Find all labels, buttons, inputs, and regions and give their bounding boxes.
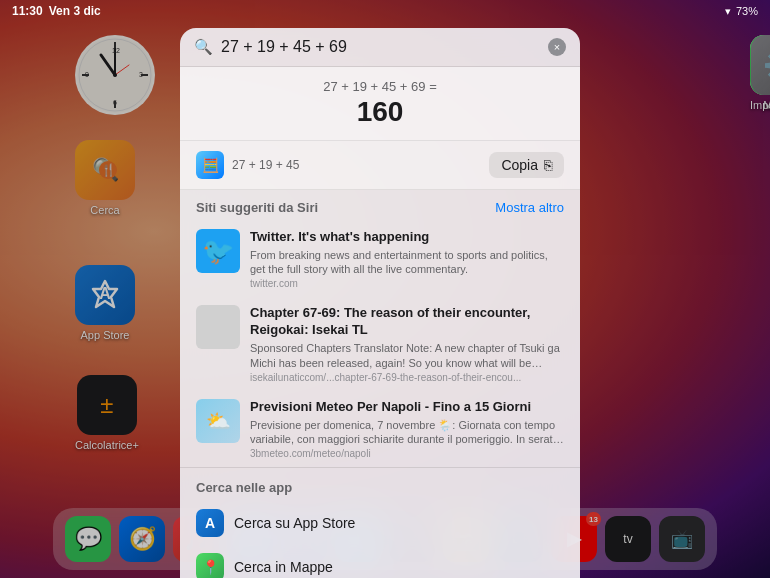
suggestion-weather-url: 3bmeteo.com/meteo/napoli (250, 448, 564, 459)
copy-button[interactable]: Copia ⎘ (489, 152, 564, 178)
app-search-title: Cerca nelle app (180, 474, 580, 501)
search-query[interactable]: 27 + 19 + 45 + 69 (221, 38, 540, 56)
spotlight-panel: 🔍 27 + 19 + 45 + 69 × 27 + 19 + 45 + 69 … (180, 28, 580, 578)
app-search-section: Cerca nelle app A Cerca su App Store 📍 C… (180, 467, 580, 578)
suggestion-chapter-url: isekailunaticcom/...chapter-67-69-the-re… (250, 372, 564, 383)
suggestion-twitter-desc: From breaking news and entertainment to … (250, 248, 564, 277)
battery-indicator: 73% (736, 5, 758, 17)
suggestion-chapter-title: Chapter 67-69: The reason of their encou… (250, 305, 564, 339)
calc-equation: 27 + 19 + 45 + 69 = (196, 79, 564, 94)
calculator-icon: 🧮 (196, 151, 224, 179)
siri-section-header: Siti suggeriti da Siri Mostra altro (180, 190, 580, 221)
calc-answer: 160 (196, 96, 564, 128)
twitter-thumbnail: 🐦 (196, 229, 240, 273)
copy-row: 🧮 27 + 19 + 45 Copia ⎘ (180, 141, 580, 190)
search-appstore-label: Cerca su App Store (234, 515, 355, 531)
suggestion-weather-title: Previsioni Meteo Per Napoli - Fino a 15 … (250, 399, 564, 416)
suggestion-chapter[interactable]: Chapter 67-69: The reason of their encou… (180, 297, 580, 390)
wifi-icon: ▾ (725, 5, 731, 18)
suggestion-weather-content: Previsioni Meteo Per Napoli - Fino a 15 … (250, 399, 564, 459)
suggestion-twitter[interactable]: 🐦 Twitter. It's what's happening From br… (180, 221, 580, 297)
suggestion-twitter-content: Twitter. It's what's happening From brea… (250, 229, 564, 289)
clear-icon: × (554, 41, 560, 53)
suggestion-twitter-title: Twitter. It's what's happening (250, 229, 564, 246)
copy-icon: ⎘ (544, 157, 552, 173)
copy-equation-small: 27 + 19 + 45 (232, 158, 481, 172)
suggestion-weather-desc: Previsione per domenica, 7 novembre 🌦️: … (250, 418, 564, 447)
search-mappe[interactable]: 📍 Cerca in Mappe (180, 545, 580, 578)
calc-result: 27 + 19 + 45 + 69 = 160 (180, 67, 580, 141)
chapter-thumbnail (196, 305, 240, 349)
mappe-search-icon: 📍 (196, 553, 224, 578)
show-more-button[interactable]: Mostra altro (495, 200, 564, 215)
clear-button[interactable]: × (548, 38, 566, 56)
appstore-search-icon: A (196, 509, 224, 537)
siri-section-title: Siti suggeriti da Siri (196, 200, 318, 215)
suggestion-chapter-desc: Sponsored Chapters Translator Note: A ne… (250, 341, 564, 370)
weather-thumbnail: ⛅ (196, 399, 240, 443)
copy-label: Copia (501, 157, 538, 173)
suggestion-weather[interactable]: ⛅ Previsioni Meteo Per Napoli - Fino a 1… (180, 391, 580, 467)
suggestion-chapter-content: Chapter 67-69: The reason of their encou… (250, 305, 564, 382)
status-time: 11:30 (12, 4, 43, 18)
status-date: Ven 3 dic (49, 4, 101, 18)
status-bar: 11:30 Ven 3 dic ▾ 73% (0, 0, 770, 22)
search-icon: 🔍 (194, 38, 213, 56)
search-bar: 🔍 27 + 19 + 45 + 69 × (180, 28, 580, 67)
search-appstore[interactable]: A Cerca su App Store (180, 501, 580, 545)
suggestion-twitter-url: twitter.com (250, 278, 564, 289)
search-mappe-label: Cerca in Mappe (234, 559, 333, 575)
